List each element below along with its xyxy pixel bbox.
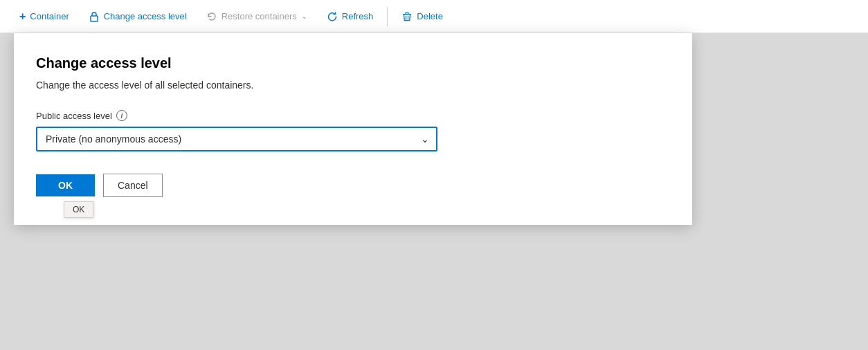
- page-background: Change access level Change the access le…: [0, 33, 868, 350]
- chevron-down-icon: ⌄: [301, 12, 307, 21]
- change-access-level-dialog: Change access level Change the access le…: [14, 33, 692, 225]
- toolbar: + Container Change access level Restore …: [0, 0, 868, 33]
- refresh-label: Refresh: [342, 11, 374, 21]
- refresh-icon: [327, 11, 338, 22]
- modal-actions: OK Cancel: [36, 174, 670, 197]
- restore-containers-button[interactable]: Restore containers ⌄: [198, 6, 316, 28]
- change-access-label: Change access level: [104, 11, 187, 21]
- delete-icon: [401, 11, 413, 22]
- ok-button[interactable]: OK: [36, 174, 95, 196]
- refresh-button[interactable]: Refresh: [318, 6, 382, 28]
- info-icon[interactable]: i: [116, 110, 127, 121]
- cancel-button[interactable]: Cancel: [103, 174, 163, 197]
- modal-description: Change the access level of all selected …: [36, 80, 670, 91]
- delete-label: Delete: [417, 11, 443, 21]
- toolbar-separator: [387, 7, 388, 26]
- access-level-select-wrapper: Private (no anonymous access) Blob (anon…: [36, 127, 437, 151]
- restore-label: Restore containers: [221, 11, 297, 21]
- change-access-level-button[interactable]: Change access level: [80, 6, 195, 28]
- lock-icon: [89, 11, 100, 22]
- ok-tooltip: OK: [64, 201, 93, 218]
- add-container-button[interactable]: + Container: [11, 5, 78, 28]
- modal-title: Change access level: [36, 55, 670, 71]
- svg-rect-0: [91, 16, 98, 21]
- plus-icon: +: [19, 10, 26, 23]
- delete-button[interactable]: Delete: [393, 6, 451, 28]
- access-level-select[interactable]: Private (no anonymous access) Blob (anon…: [36, 127, 437, 151]
- public-access-label: Public access level i: [36, 110, 670, 121]
- restore-icon: [206, 11, 217, 22]
- add-container-label: Container: [30, 11, 69, 21]
